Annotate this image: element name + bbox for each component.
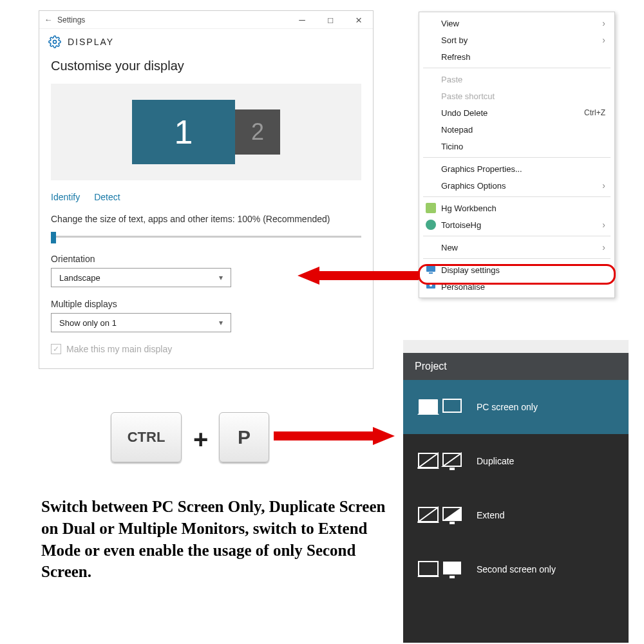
- project-extend[interactable]: Extend: [403, 488, 629, 542]
- svg-marker-14: [443, 453, 461, 466]
- chevron-right-icon: ›: [602, 180, 605, 191]
- ctx-label: Ticino: [441, 142, 463, 151]
- ctx-notepad[interactable]: Notepad: [419, 121, 614, 138]
- display-links: Identify Detect: [51, 192, 361, 202]
- ctx-refresh[interactable]: Refresh: [419, 48, 614, 65]
- shortcut-text: Ctrl+Z: [584, 108, 605, 117]
- display-arrangement[interactable]: 1 2: [51, 84, 361, 180]
- project-item-label: PC screen only: [477, 402, 538, 412]
- project-item-label: Duplicate: [477, 456, 514, 466]
- svg-rect-25: [450, 576, 455, 578]
- arrow-annotation-right: [274, 427, 395, 445]
- detect-link[interactable]: Detect: [94, 192, 120, 202]
- context-menu: View› Sort by› Refresh Paste Paste short…: [419, 12, 615, 298]
- ctx-sortby[interactable]: Sort by›: [419, 32, 614, 48]
- svg-rect-7: [419, 399, 438, 413]
- ctx-new[interactable]: New›: [419, 239, 614, 256]
- svg-marker-6: [274, 427, 395, 445]
- titlebar: ← Settings — ☐ ✕: [39, 11, 373, 29]
- svg-marker-20: [443, 507, 461, 520]
- minimize-button[interactable]: —: [288, 11, 316, 29]
- ctx-view[interactable]: View›: [419, 15, 614, 32]
- ctx-label: Graphics Options: [441, 181, 506, 191]
- page-title: Customise your display: [51, 59, 361, 73]
- separator: [423, 236, 611, 236]
- scale-label: Change the size of text, apps and other …: [51, 214, 361, 224]
- pc-only-icon: [417, 394, 462, 420]
- chevron-down-icon: ▾: [219, 273, 223, 282]
- svg-rect-9: [443, 399, 461, 412]
- svg-rect-24: [443, 562, 461, 574]
- monitor-2[interactable]: 2: [235, 109, 280, 155]
- caption-text: Switch between PC Screen Only, Duplicate…: [41, 496, 394, 583]
- orientation-label: Orientation: [51, 254, 361, 264]
- svg-rect-21: [450, 522, 455, 524]
- p-key: P: [219, 412, 269, 462]
- separator: [423, 258, 611, 259]
- ctx-label: Paste shortcut: [441, 91, 495, 101]
- ctx-label: Sort by: [441, 35, 468, 45]
- svg-marker-23: [417, 576, 439, 577]
- identify-link[interactable]: Identify: [51, 192, 80, 202]
- chevron-right-icon: ›: [602, 18, 605, 28]
- settings-window: ← Settings — ☐ ✕ DISPLAY Customise your …: [39, 10, 374, 369]
- tortoise-icon: [426, 220, 436, 230]
- svg-marker-12: [417, 468, 439, 469]
- svg-marker-5: [298, 267, 419, 285]
- main-display-label: Make this my main display: [66, 344, 172, 354]
- project-panel: Project PC screen only Duplicate Extend …: [403, 340, 629, 643]
- slider-track: [51, 236, 361, 238]
- maximize-button[interactable]: ☐: [316, 11, 345, 29]
- orientation-value: Landscape: [59, 273, 100, 283]
- slider-thumb[interactable]: [51, 232, 56, 243]
- project-second-screen-only[interactable]: Second screen only: [403, 542, 629, 596]
- svg-marker-18: [417, 522, 439, 523]
- chevron-right-icon: ›: [602, 35, 605, 45]
- ctx-graphics-properties[interactable]: Graphics Properties...: [419, 160, 614, 177]
- chevron-right-icon: ›: [602, 242, 605, 252]
- svg-rect-15: [450, 468, 455, 470]
- ctx-label: Paste: [441, 75, 462, 84]
- scale-slider[interactable]: [51, 231, 361, 242]
- duplicate-icon: [417, 448, 462, 474]
- project-item-label: Second screen only: [477, 564, 556, 574]
- monitor-1[interactable]: 1: [132, 100, 235, 164]
- multiple-displays-label: Multiple displays: [51, 299, 361, 309]
- separator: [423, 157, 611, 158]
- ctx-label: New: [441, 243, 458, 252]
- separator: [423, 196, 611, 197]
- back-button[interactable]: ←: [39, 15, 57, 24]
- second-only-icon: [417, 556, 462, 582]
- ctx-hg-workbench[interactable]: Hg Workbench: [419, 200, 614, 216]
- ctx-label: Hg Workbench: [441, 204, 497, 213]
- ctx-ticino[interactable]: Ticino: [419, 138, 614, 155]
- project-item-label: Extend: [477, 510, 505, 520]
- panel-edge: [403, 340, 629, 353]
- titlebar-title: Settings: [57, 15, 288, 24]
- project-title: Project: [403, 353, 629, 380]
- ctx-undo-delete[interactable]: Undo DeleteCtrl+Z: [419, 104, 614, 121]
- multiple-displays-dropdown[interactable]: Show only on 1 ▾: [51, 313, 231, 332]
- ctx-label: Notepad: [441, 125, 473, 135]
- ctx-paste: Paste: [419, 71, 614, 88]
- hg-icon: [426, 203, 436, 213]
- svg-marker-8: [417, 413, 439, 415]
- gear-icon: [48, 35, 61, 48]
- checkbox-icon: ✓: [51, 344, 61, 354]
- window-controls: — ☐ ✕: [288, 11, 373, 29]
- settings-header: DISPLAY: [39, 29, 373, 59]
- orientation-dropdown[interactable]: Landscape ▾: [51, 268, 231, 287]
- highlight-annotation: [418, 264, 616, 285]
- separator: [423, 68, 611, 68]
- close-button[interactable]: ✕: [345, 11, 373, 29]
- ctx-graphics-options[interactable]: Graphics Options›: [419, 177, 614, 194]
- project-pc-screen-only[interactable]: PC screen only: [403, 380, 629, 434]
- ctrl-key: CTRL: [111, 412, 182, 462]
- ctx-tortoisehg[interactable]: TortoiseHg›: [419, 216, 614, 233]
- settings-content: Customise your display 1 2 Identify Dete…: [39, 59, 373, 368]
- ctx-label: View: [441, 19, 459, 28]
- svg-marker-11: [419, 453, 438, 468]
- plus-sign: +: [193, 425, 208, 454]
- project-duplicate[interactable]: Duplicate: [403, 434, 629, 488]
- svg-marker-17: [419, 507, 438, 522]
